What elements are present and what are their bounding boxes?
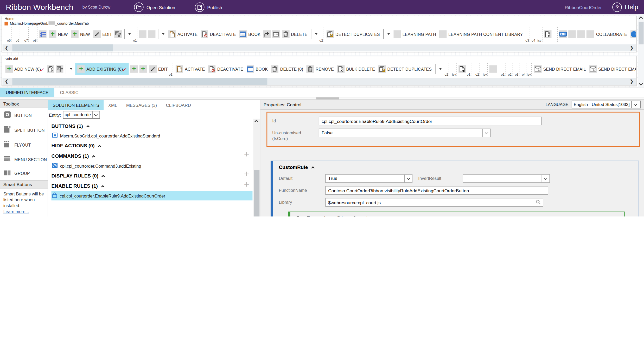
tree-item[interactable]: cpl.cpl_courtorder.EnableRule9.AddExisti…: [52, 191, 253, 200]
invert-result-select[interactable]: [463, 174, 550, 183]
add-icon-button[interactable]: +: [139, 65, 146, 73]
search-icon[interactable]: [536, 199, 541, 206]
scrollbar-thumb[interactable]: [254, 170, 259, 216]
scroll-down-icon[interactable]: [639, 82, 643, 86]
function-name-input[interactable]: [325, 186, 548, 195]
edit-button[interactable]: EDIT: [148, 64, 169, 74]
scroll-left-icon[interactable]: ❮: [2, 79, 11, 84]
publish-button[interactable]: Publish: [195, 2, 222, 12]
collapse-icon[interactable]: [86, 125, 90, 128]
collapse-icon[interactable]: [101, 185, 104, 188]
tab-clipboard[interactable]: CLIPBOARD: [161, 100, 195, 110]
toolbox-item-group[interactable]: GROUP: [0, 166, 48, 180]
tab-messages-3[interactable]: MESSAGES (3): [122, 100, 162, 110]
chart-layout-icon-button[interactable]: [114, 30, 122, 38]
copy-icon-button[interactable]: [47, 65, 54, 73]
dropdown-caret-icon[interactable]: [439, 68, 442, 70]
scrollbar-thumb[interactable]: [12, 44, 113, 51]
tree-item[interactable]: cpl.cpl_courtorder.Command3.addExisting: [52, 161, 253, 170]
route-icon-button[interactable]: [263, 30, 270, 38]
tree-item[interactable]: Mscrm.SubGrid.cpl_courtorder.AddExisting…: [52, 131, 253, 140]
add-icon[interactable]: +: [244, 180, 249, 189]
placeholder-button[interactable]: [577, 30, 584, 38]
collaborate-button[interactable]: COLLABORATE: [595, 31, 628, 37]
dropdown-caret-icon[interactable]: [70, 68, 72, 70]
activate-button[interactable]: ACTIVATE: [168, 30, 199, 39]
book-button[interactable]: BOOK: [246, 64, 269, 74]
scrollbar-thumb[interactable]: [639, 22, 644, 44]
dropdown-caret-icon[interactable]: [162, 33, 164, 35]
book-button[interactable]: BOOK: [238, 30, 261, 39]
tab-classic[interactable]: CLASSIC: [54, 88, 84, 97]
home-tab-label[interactable]: Home: [2, 16, 636, 21]
scroll-up-icon[interactable]: [254, 120, 259, 124]
collapse-icon[interactable]: [98, 145, 101, 148]
ribbon-vscrollbar[interactable]: [638, 14, 644, 87]
library-input[interactable]: $webresource:cpl_court.js: [325, 198, 543, 207]
toolbox-item-button[interactable]: BUTTON: [0, 108, 48, 123]
dropdown-caret-icon[interactable]: [129, 33, 131, 35]
dropdown-caret-icon[interactable]: [387, 33, 390, 35]
scroll-up-icon[interactable]: [639, 16, 643, 21]
scroll-right-icon[interactable]: ❯: [628, 45, 636, 51]
new-record-icon-button[interactable]: [544, 30, 551, 38]
language-select[interactable]: English - United States[1033]: [572, 101, 641, 108]
placeholder-button[interactable]: [148, 30, 156, 38]
toolbox-item-split-button[interactable]: SPLIT BUTTON: [0, 123, 48, 138]
task-list-icon-button[interactable]: [39, 30, 46, 38]
bulk-delete-button[interactable]: BULK DELETE: [336, 64, 376, 74]
collapse-icon[interactable]: [311, 166, 315, 170]
open-solution-button[interactable]: Open Solution: [134, 2, 175, 12]
learning-path-button[interactable]: LEARNING PATH: [393, 30, 437, 39]
splitter-handle[interactable]: [316, 97, 339, 100]
dropdown-caret-icon[interactable]: [315, 33, 317, 35]
placeholder-button[interactable]: [489, 65, 497, 73]
tab-solution-elements[interactable]: SOLUTION ELEMENTS: [48, 100, 104, 110]
add-icon[interactable]: +: [244, 170, 249, 179]
delete-0-button[interactable]: DELETE {0}: [270, 64, 304, 74]
placeholder-button[interactable]: [586, 30, 594, 38]
send-direct-email-button[interactable]: SEND DIRECT EMAIL: [533, 64, 587, 74]
entity-select[interactable]: cpl_courtorde: [63, 111, 100, 119]
toolbox-item-flyout[interactable]: FLYOUT: [0, 137, 48, 152]
tab-unified-interface[interactable]: UNIFIED INTERFACE: [0, 88, 54, 97]
add-icon[interactable]: +: [244, 150, 249, 159]
add-icon-button[interactable]: +: [130, 65, 138, 73]
collapse-icon[interactable]: [102, 175, 105, 178]
scroll-right-icon[interactable]: ❯: [628, 79, 636, 84]
tree-section-enable-rules-1[interactable]: ENABLE RULES (1)+: [52, 181, 253, 191]
deactivate-button[interactable]: DEACTIVATE: [207, 64, 244, 74]
default-select[interactable]: True: [325, 174, 412, 183]
new-button[interactable]: +NEW: [48, 30, 69, 39]
new-button[interactable]: +NEW: [70, 30, 91, 39]
edit-button[interactable]: EDIT: [92, 30, 113, 39]
subgrid-label[interactable]: SubGrid: [2, 56, 636, 61]
remove-button[interactable]: REMOVE: [306, 64, 335, 74]
collapse-icon[interactable]: [92, 155, 95, 158]
deactivate-button[interactable]: DEACTIVATE: [200, 30, 237, 39]
add-existing-0-button[interactable]: +ADD EXISTING {0}✓: [75, 63, 129, 75]
uncustomised-select[interactable]: False: [319, 129, 491, 137]
tree-section-buttons-1[interactable]: BUTTONS (1): [52, 121, 253, 131]
toolbox-item-menu-section[interactable]: MENU SECTION: [0, 152, 48, 166]
scrollbar-thumb[interactable]: [12, 78, 267, 85]
detect-duplicates-button[interactable]: DETECT DUPLICATES: [378, 64, 433, 74]
tree-section-commands-1[interactable]: COMMANDS (1)+: [52, 151, 253, 161]
help-button[interactable]: ? Help: [613, 2, 638, 12]
chart-layout-icon-button[interactable]: [56, 65, 63, 73]
form-icon-button[interactable]: [272, 30, 279, 38]
learn-more-link[interactable]: Learn more...: [3, 209, 29, 214]
activate-button[interactable]: ACTIVATE: [175, 64, 206, 74]
delete-button[interactable]: DELETE: [281, 30, 308, 39]
learning-path-content-library-button[interactable]: LEARNING PATH CONTENT LIBRARY: [438, 30, 524, 39]
scroll-left-icon[interactable]: ❮: [2, 45, 11, 51]
tree-section-display-rules-0[interactable]: DISPLAY RULES (0)+: [52, 170, 253, 181]
placeholder-button[interactable]: [568, 30, 576, 38]
side-panel-icon-button[interactable]: [559, 30, 566, 38]
id-input[interactable]: [319, 117, 542, 125]
tab-xml[interactable]: XML: [104, 100, 122, 110]
new-record-icon-button[interactable]: [458, 65, 466, 73]
laun-button[interactable]: LAUN: [630, 30, 636, 39]
placeholder-button[interactable]: [139, 30, 146, 38]
subgrid-ribbon-hscrollbar[interactable]: ❮ ❯: [2, 78, 636, 85]
